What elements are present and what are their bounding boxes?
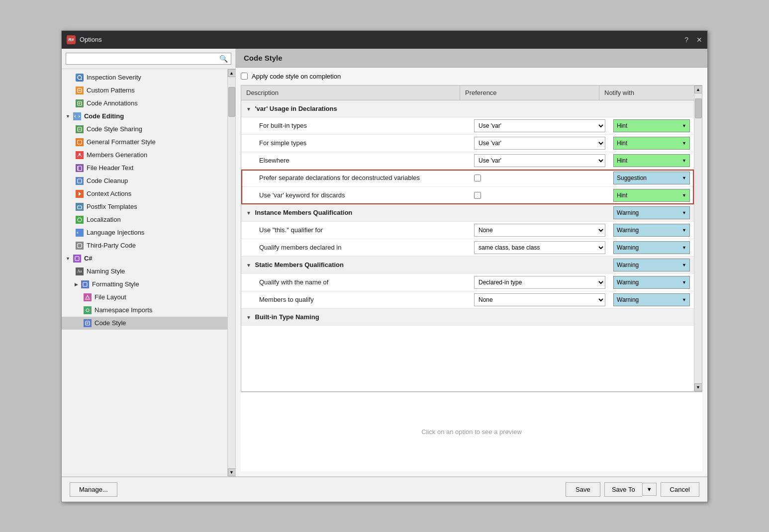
row-builtin-pref-select[interactable]: Use 'var' [474, 119, 605, 132]
row-elsewhere-pref-select[interactable]: Use 'var' [474, 154, 605, 167]
sidebar-item-csharp[interactable]: ▼ C# [62, 252, 227, 265]
code-style-icon [84, 319, 92, 327]
cancel-button[interactable]: Cancel [661, 482, 699, 497]
section-var-usage: ▼ 'var' Usage in Declarations [241, 100, 694, 117]
row-simple-notify-btn[interactable]: Hint ▼ [613, 137, 690, 150]
row-qualify-pref-select[interactable]: same class, base class [474, 241, 605, 254]
close-button[interactable]: ✕ [696, 36, 702, 44]
sidebar-item-file-header-text[interactable]: File Header Text [62, 162, 227, 175]
sidebar-item-namespace-imports[interactable]: Namespace Imports [62, 304, 227, 317]
sidebar-item-label: Third-Party Code [87, 242, 136, 249]
svg-rect-13 [78, 179, 82, 183]
sidebar-item-code-cleanup[interactable]: Code Cleanup [62, 175, 227, 187]
row-builtin-desc: For built-in types [241, 119, 470, 132]
sidebar-item-code-annotations[interactable]: Code Annotations [62, 97, 227, 110]
bottom-left: Manage... [70, 482, 117, 497]
custom-patterns-icon [76, 87, 84, 94]
row-qualify-name-notify-btn[interactable]: Warning ▼ [613, 276, 690, 289]
row-members-qualify-notify-btn[interactable]: Warning ▼ [613, 293, 690, 306]
localization-icon [76, 216, 84, 224]
scroll-up-button[interactable]: ▲ [228, 69, 236, 77]
deconstruct-checkbox-input[interactable] [474, 175, 481, 181]
sidebar-item-inspection-severity[interactable]: Inspection Severity [62, 71, 227, 84]
section-instance-members: ▼ Instance Members Qualification Warning… [241, 204, 694, 222]
section-instance-label: ▼ Instance Members Qualification [241, 206, 470, 219]
svg-rect-14 [78, 206, 82, 209]
row-members-qualify-pref-select[interactable]: None [474, 293, 605, 306]
search-input[interactable] [69, 55, 219, 62]
sidebar-item-label: Code Annotations [87, 99, 138, 107]
row-discards-notify-btn[interactable]: Hint ▼ [613, 189, 690, 202]
sidebar-item-code-editing[interactable]: ▼ Code Editing [62, 110, 227, 123]
settings-table: Description Preference Notify with ▼ 'va… [241, 86, 694, 391]
app-icon: R# [67, 35, 76, 44]
row-deconstruct-notify-btn[interactable]: Suggestion ▼ [613, 172, 690, 184]
highlighted-group: Prefer separate declarations for deconst… [241, 170, 694, 204]
sidebar-item-code-style[interactable]: Code Style [62, 317, 227, 330]
window-title: Options [80, 36, 102, 43]
row-members-qualify-pref: None [470, 291, 609, 308]
row-builtin-notify-btn[interactable]: Hint ▼ [613, 119, 690, 132]
section-var-label: ▼ 'var' Usage in Declarations [241, 102, 470, 115]
sidebar-item-formatting-style[interactable]: ▶ Formatting Style [62, 278, 227, 291]
main-scrollbar-thumb[interactable] [695, 98, 702, 118]
table-row-deconstructed: Prefer separate declarations for deconst… [241, 170, 694, 187]
sidebar-item-members-generation[interactable]: Members Generation [62, 149, 227, 162]
sidebar-item-context-actions[interactable]: Context Actions [62, 187, 227, 200]
sidebar-item-naming-style[interactable]: Aa Naming Style [62, 265, 227, 278]
sidebar-item-postfix-templates[interactable]: Postfix Templates [62, 200, 227, 213]
sidebar-item-language-injections[interactable]: Language Injections [62, 226, 227, 239]
row-simple-pref-select[interactable]: Use 'var' [474, 137, 605, 150]
search-icon-button[interactable]: 🔍 [219, 55, 228, 63]
sidebar-item-label: Inspection Severity [87, 74, 141, 81]
sidebar-item-localization[interactable]: Localization [62, 213, 227, 226]
row-this-pref-select[interactable]: None [474, 224, 605, 237]
table-body: ▼ 'var' Usage in Declarations For built-… [241, 100, 694, 391]
help-button[interactable]: ? [684, 36, 688, 44]
svg-line-1 [81, 79, 82, 80]
row-builtin-pref: Use 'var' [470, 117, 609, 134]
panel-header: Code Style [236, 49, 707, 68]
sidebar-item-code-style-sharing[interactable]: Code Style Sharing [62, 123, 227, 136]
svg-point-15 [78, 218, 82, 222]
row-deconstruct-desc: Prefer separate declarations for deconst… [241, 171, 470, 184]
sidebar-item-label: Code Cleanup [87, 177, 128, 184]
row-elsewhere-notify-btn[interactable]: Hint ▼ [613, 154, 690, 167]
row-qualify-pref: same class, base class [470, 239, 609, 256]
section-static-notify-btn[interactable]: Warning ▼ [613, 259, 690, 271]
manage-button[interactable]: Manage... [70, 482, 117, 497]
sidebar-scrollbar: ▲ ▼ [227, 69, 235, 476]
row-qualify-name-pref: Declared-in type [470, 274, 609, 291]
apply-checkbox[interactable] [241, 73, 248, 80]
file-layout-icon [84, 293, 92, 301]
row-elsewhere-pref: Use 'var' [470, 152, 609, 169]
save-to-button[interactable]: Save To [604, 482, 642, 497]
sidebar-item-custom-patterns[interactable]: Custom Patterns [62, 84, 227, 97]
sidebar-item-file-layout[interactable]: File Layout [62, 291, 227, 304]
row-qualify-desc: Qualify members declared in [241, 241, 470, 254]
main-panel: Code Style Apply code style on completio… [236, 49, 707, 476]
main-scroll-up-button[interactable]: ▲ [694, 86, 702, 93]
section-instance-notify-btn[interactable]: Warning ▼ [613, 206, 690, 219]
sidebar-item-label: Localization [87, 216, 121, 223]
table-row: For simple types Use 'var' Hint [241, 135, 694, 152]
save-to-group: Save To ▼ [604, 482, 657, 497]
row-elsewhere-notify: Hint ▼ [609, 152, 694, 169]
table-row: Members to qualify None Warning [241, 291, 694, 309]
sidebar-item-third-party-code[interactable]: Third-Party Code [62, 239, 227, 252]
discards-checkbox-input[interactable] [474, 192, 481, 199]
svg-rect-21 [86, 321, 90, 325]
row-this-notify-btn[interactable]: Warning ▼ [613, 224, 690, 237]
row-qualify-name-pref-select[interactable]: Declared-in type [474, 276, 605, 289]
main-scroll-down-button[interactable]: ▼ [694, 383, 702, 391]
scroll-down-button[interactable]: ▼ [228, 468, 236, 476]
members-generation-icon [76, 151, 84, 159]
scrollbar-thumb[interactable] [228, 87, 235, 117]
save-to-arrow-button[interactable]: ▼ [642, 483, 657, 496]
save-button[interactable]: Save [566, 482, 600, 497]
postfix-templates-icon [76, 203, 84, 211]
panel-content: Apply code style on completion Descripti… [236, 68, 707, 476]
code-annotations-icon [76, 99, 84, 107]
row-qualify-notify-btn[interactable]: Warning ▼ [613, 241, 690, 254]
sidebar-item-general-formatter[interactable]: General Formatter Style [62, 136, 227, 149]
